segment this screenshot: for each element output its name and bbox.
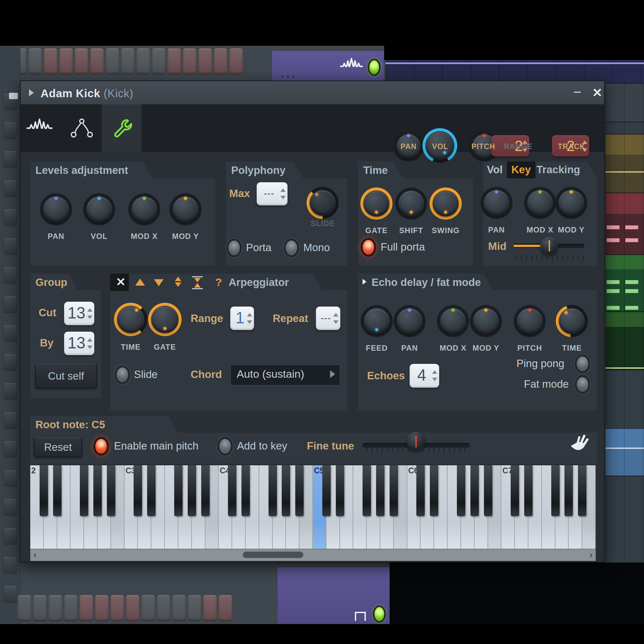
rail-mini-button[interactable] (9, 93, 18, 99)
step-cell[interactable] (80, 595, 93, 621)
rack-button[interactable] (4, 412, 17, 429)
step-cell[interactable] (75, 48, 88, 75)
black-key[interactable] (147, 465, 156, 516)
rack-button[interactable] (4, 440, 17, 458)
ping-pong-led[interactable] (575, 355, 590, 373)
by-spinner[interactable]: 13 (64, 332, 94, 355)
black-key[interactable] (53, 465, 62, 516)
rack-button[interactable] (4, 527, 17, 545)
full-porta-led[interactable] (361, 238, 376, 257)
cut-self-button[interactable]: Cut self (35, 364, 97, 388)
tab-vol-tracking[interactable]: Vol (487, 164, 503, 176)
step-cell[interactable] (33, 595, 47, 621)
step-cell[interactable] (110, 595, 124, 621)
step-cell[interactable] (141, 595, 155, 621)
arp-up-icon[interactable] (132, 274, 148, 291)
black-key[interactable] (174, 465, 183, 516)
channel-led-icon[interactable] (373, 605, 386, 623)
arp-updown-icon[interactable] (170, 274, 186, 291)
step-cell[interactable] (64, 595, 78, 621)
shift-knob[interactable] (395, 187, 427, 220)
channel-button-bottom[interactable] (278, 567, 390, 626)
black-key[interactable] (376, 465, 384, 516)
porta-led[interactable] (226, 239, 242, 257)
black-key[interactable] (551, 465, 560, 516)
rack-button[interactable] (4, 209, 17, 226)
rack-button[interactable] (4, 354, 17, 371)
black-key[interactable] (40, 465, 48, 516)
channel-button-top[interactable] (272, 51, 384, 85)
vol-knob[interactable] (83, 193, 115, 225)
mod-y-knob[interactable] (555, 187, 587, 219)
step-cell[interactable] (121, 48, 135, 75)
spinner-arrows-icon[interactable] (333, 312, 338, 325)
black-key[interactable] (134, 465, 142, 516)
step-cell[interactable] (183, 48, 196, 75)
step-cell[interactable] (214, 48, 227, 75)
fat-mode-led[interactable] (575, 375, 590, 394)
mono-led[interactable] (284, 239, 299, 257)
scrollbar-thumb[interactable] (243, 552, 303, 558)
channel-led-icon[interactable] (368, 59, 381, 76)
arp-down-icon[interactable] (151, 274, 167, 291)
black-key[interactable] (390, 465, 398, 516)
spinner-arrows-icon[interactable] (87, 337, 92, 350)
close-icon[interactable]: ✕ (113, 274, 129, 291)
black-key[interactable] (578, 465, 586, 516)
expand-icon[interactable] (363, 279, 366, 285)
step-cell[interactable] (152, 48, 166, 75)
echoes-spinner[interactable]: 4 (410, 364, 439, 388)
step-cell[interactable] (137, 48, 150, 75)
arp-slide-led[interactable] (115, 365, 130, 384)
step-cell[interactable] (95, 595, 109, 621)
step-cell[interactable] (90, 48, 104, 75)
step-cell[interactable] (203, 595, 217, 621)
mod-y-knob[interactable] (169, 193, 202, 225)
mod-x-knob[interactable] (437, 305, 469, 337)
spinner-arrows-icon[interactable] (87, 308, 92, 320)
step-cell[interactable] (126, 595, 139, 621)
pan-knob[interactable] (393, 305, 426, 337)
mod-y-knob[interactable] (470, 305, 502, 337)
arp-bounce-icon[interactable] (189, 274, 205, 291)
spinner-arrows-icon[interactable] (247, 312, 252, 325)
gate-knob[interactable] (148, 303, 182, 336)
black-key[interactable] (564, 465, 573, 516)
rack-button[interactable] (4, 325, 17, 342)
black-key[interactable] (80, 465, 88, 516)
black-key[interactable] (93, 465, 102, 516)
black-key[interactable] (241, 465, 250, 516)
black-key[interactable] (416, 465, 425, 516)
enable-main-pitch-led[interactable] (93, 437, 109, 456)
step-cell[interactable] (44, 48, 57, 75)
help-icon[interactable]: ? (211, 274, 227, 291)
step-cell[interactable] (198, 48, 212, 75)
pan-knob[interactable] (40, 193, 72, 225)
step-cell[interactable] (157, 595, 170, 621)
black-key[interactable] (457, 465, 465, 516)
black-key[interactable] (201, 465, 210, 516)
rack-button[interactable] (4, 180, 17, 197)
black-key[interactable] (282, 465, 290, 516)
keyboard-scrollbar[interactable]: ‹ › (30, 549, 596, 561)
scroll-right-icon[interactable]: › (590, 550, 592, 560)
step-cell[interactable] (18, 595, 31, 621)
pitch-knob[interactable] (514, 305, 546, 337)
step-cell[interactable] (172, 595, 186, 621)
piano-keyboard[interactable]: 2C3C4C5C6C7C (30, 465, 596, 549)
feed-knob[interactable] (361, 305, 393, 337)
black-key[interactable] (188, 465, 196, 516)
black-key[interactable] (107, 465, 115, 516)
rack-button[interactable] (4, 151, 17, 168)
time-knob[interactable] (556, 305, 588, 337)
window-titlebar[interactable]: Adam Kick (Kick) − ✕ (21, 81, 604, 105)
black-key[interactable] (524, 465, 533, 516)
close-button[interactable]: ✕ (590, 86, 605, 100)
black-key[interactable] (228, 465, 236, 516)
step-cell[interactable] (167, 48, 181, 75)
rack-button[interactable] (4, 122, 17, 139)
black-key[interactable] (511, 465, 519, 516)
arp-repeat-spinner[interactable]: --- (316, 307, 340, 330)
step-cell[interactable] (229, 48, 243, 75)
reset-button[interactable]: Reset (34, 437, 82, 457)
